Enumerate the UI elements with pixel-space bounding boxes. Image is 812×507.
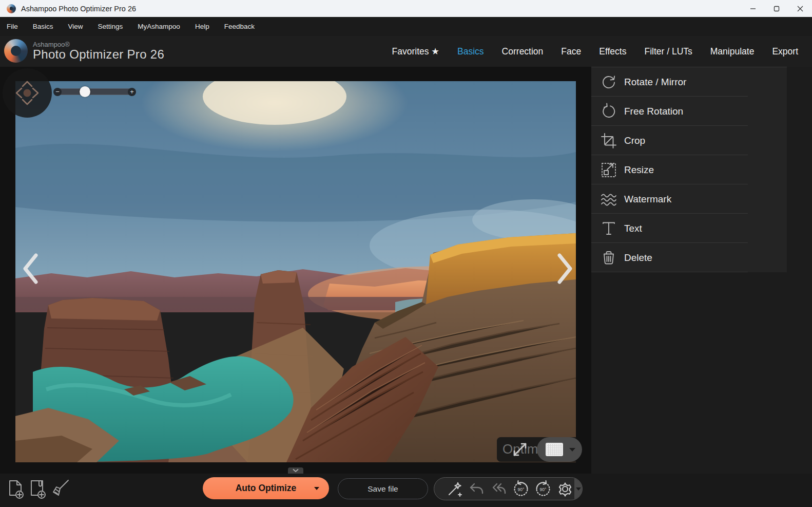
close-icon [797,6,803,12]
rotate-left-button[interactable]: 90° [512,480,530,498]
tool-free-rotation[interactable]: Free Rotation [591,97,787,126]
right-panel: Rotate / Mirror Free Rotation Crop Resiz… [591,67,812,507]
save-file-button[interactable]: Save file [338,478,428,499]
menu-help[interactable]: Help [195,23,209,30]
tool-watermark[interactable]: Watermark [591,184,787,214]
delete-icon [600,249,617,267]
add-folder-icon [28,478,48,501]
pan-control[interactable] [3,68,52,118]
canyon-photo [15,81,576,462]
tab-basics[interactable]: Basics [457,46,484,57]
brand: Ashampoo® Photo Optimizer Pro 26 [4,39,164,63]
view-mode-button[interactable] [537,437,582,462]
history-tool-icons: 90° 90° [434,480,574,498]
add-image-icon [6,478,27,501]
product-name: Photo Optimizer Pro 26 [33,48,164,61]
app-header: Ashampoo® Photo Optimizer Pro 26 Favorit… [0,36,812,67]
undo-button[interactable] [468,480,486,498]
single-view-icon [546,443,563,456]
zoom-out-button[interactable]: − [53,88,62,96]
chevron-down-icon [292,468,299,473]
close-button[interactable] [788,0,812,17]
history-dropdown-button[interactable] [574,477,582,500]
chevron-right-icon [555,253,574,285]
maximize-button[interactable] [765,0,788,17]
zoom-slider-thumb[interactable] [80,86,90,97]
tool-rotate-mirror[interactable]: Rotate / Mirror [591,67,787,97]
optimize-settings-button[interactable] [556,480,574,498]
rotate-right-button[interactable]: 90° [534,480,552,498]
bottom-bar: Auto Optimize Save file [0,474,812,507]
tab-manipulate[interactable]: Manipulate [710,46,755,57]
tool-resize[interactable]: Resize [591,155,787,184]
main-tabs: Favorites ★ Basics Correction Face Effec… [392,36,798,67]
tool-crop[interactable]: Crop [591,126,787,155]
app-logo-icon [7,4,16,13]
menu-view[interactable]: View [68,23,83,30]
crop-icon [600,132,617,149]
expand-icon [511,441,529,458]
tab-effects[interactable]: Effects [599,46,626,57]
auto-optimize-button[interactable]: Auto Optimize [203,477,329,499]
zoom-slider-track[interactable] [58,88,132,95]
tab-favorites[interactable]: Favorites ★ [392,46,440,57]
add-image-button[interactable] [6,478,27,501]
previous-image-button[interactable] [22,253,40,285]
undo-all-button[interactable] [490,480,508,498]
resize-icon [600,161,617,179]
basics-tools-list: Rotate / Mirror Free Rotation Crop Resiz… [591,67,787,272]
filmstrip-collapse-tab[interactable] [288,467,303,474]
clear-list-button[interactable] [50,478,71,501]
tool-text[interactable]: Text [591,214,787,243]
menu-feedback[interactable]: Feedback [224,23,255,30]
view-mode-caret-icon [569,448,575,452]
rotate-mirror-icon [600,73,617,91]
magic-wand-button[interactable] [446,480,464,498]
menu-basics[interactable]: Basics [33,23,53,30]
auto-optimize-caret-icon [314,487,319,490]
view-controls-overlay: Optimized [497,437,576,462]
next-image-button[interactable] [555,253,574,285]
broom-icon [50,478,71,501]
tab-filter-luts[interactable]: Filter / LUTs [644,46,692,57]
tool-delete[interactable]: Delete [591,243,787,272]
photo-canvas[interactable] [15,81,576,462]
menu-myashampoo[interactable]: MyAshampoo [138,23,180,30]
minimize-button[interactable] [741,0,765,17]
fullscreen-button[interactable] [511,441,529,458]
brand-text: Ashampoo® Photo Optimizer Pro 26 [33,41,164,61]
brand-name: Ashampoo® [33,41,164,48]
photo-optimizer-window: Ashampoo Photo Optimizer Pro 26 File Bas… [0,0,812,507]
auto-optimize-label: Auto Optimize [236,483,297,494]
menu-settings[interactable]: Settings [98,23,123,30]
tab-face[interactable]: Face [561,46,581,57]
menu-bar: File Basics View Settings MyAshampoo Hel… [0,17,812,36]
chevron-left-icon [22,253,40,285]
tab-correction[interactable]: Correction [502,46,544,57]
svg-text:90°: 90° [540,486,547,492]
maximize-icon [774,6,780,12]
minimize-icon [750,6,756,12]
free-rotation-icon [600,103,617,120]
history-tool-group: 90° 90° [434,477,583,500]
text-icon [600,220,617,237]
add-folder-button[interactable] [28,478,48,501]
zoom-slider: − + [53,86,137,98]
window-controls [741,0,812,17]
tab-export[interactable]: Export [772,46,798,57]
pan-arrows-icon [3,68,52,118]
svg-text:90°: 90° [518,486,525,492]
title-bar: Ashampoo Photo Optimizer Pro 26 [0,0,812,17]
history-caret-icon [576,487,581,491]
menu-file[interactable]: File [7,23,18,30]
window-title: Ashampoo Photo Optimizer Pro 26 [21,5,136,13]
zoom-in-button[interactable]: + [128,88,136,96]
watermark-icon [600,191,617,208]
brand-logo-icon [4,39,28,63]
